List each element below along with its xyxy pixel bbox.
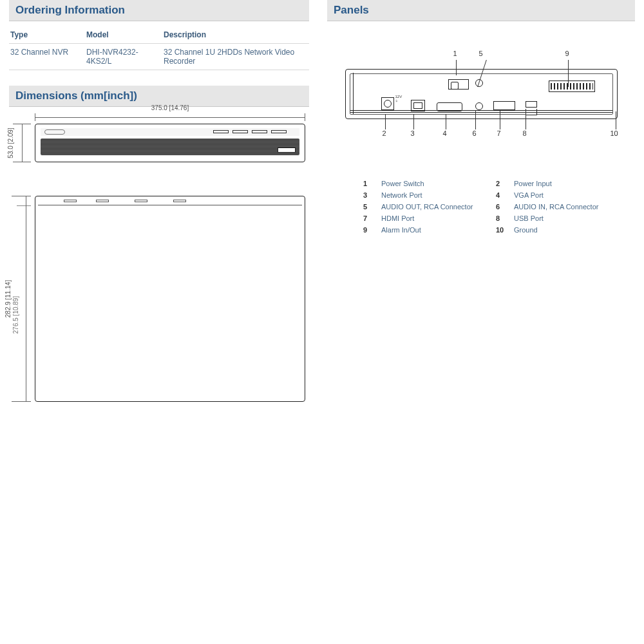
legend-label: Alarm In/Out [381,226,491,234]
ordering-table: Type Model Description 32 Channel NVR DH… [9,26,309,70]
dim-width: 375.0 [14.76] [151,104,189,111]
legend-label: Network Port [381,191,491,199]
audio-in-icon [475,102,483,110]
legend-num: 3 [363,191,376,199]
ordering-hdr-model: Model [85,26,162,44]
power-input-icon [381,97,394,110]
callout-6: 6 [473,129,477,137]
ordering-desc: 32 Channel 1U 2HDDs Network Video Record… [162,44,309,70]
legend-label: USB Port [514,214,623,222]
callout-10: 10 [611,129,618,137]
front-view-drawing: 375.0 [14.76] 53.0 [2.09] [35,113,305,184]
legend-label: VGA Port [514,191,623,199]
dim-depth-inner: 276.5 [10.89] [12,296,19,334]
legend-num: 4 [496,191,509,199]
ordering-hdr-type: Type [9,26,85,44]
legend-num: 5 [363,203,376,211]
legend-label: HDMI Port [381,214,491,222]
callout-5: 5 [479,50,483,57]
legend-num: 1 [363,180,376,187]
ordering-model: DHI-NVR4232-4KS2/L [85,44,162,70]
alarm-io-icon [549,80,595,92]
callout-7: 7 [497,129,501,137]
callout-3: 3 [411,129,415,137]
hdmi-port-icon [493,101,515,110]
legend-label: Power Input [514,180,623,187]
usb-port-icon [526,101,537,108]
legend-label: AUDIO IN, RCA Connector [514,203,623,211]
top-view-drawing: 282.9 [11.14] 276.5 [10.89] [35,196,305,402]
ordering-title: Ordering Information [9,0,309,21]
legend-label: Ground [514,226,623,234]
dim-depth-outer: 282.9 [11.14] [5,280,12,317]
ordering-type: 32 Channel NVR [9,44,85,70]
callout-2: 2 [383,129,386,137]
legend-num: 10 [496,226,509,234]
callout-8: 8 [523,129,527,137]
legend-num: 6 [496,203,509,211]
callout-4: 4 [443,129,447,137]
table-row: 32 Channel NVR DHI-NVR4232-4KS2/L 32 Cha… [9,44,309,70]
legend-num: 7 [363,214,376,222]
callout-9: 9 [565,50,569,57]
rear-panel-diagram: 12V⏚ 1 5 9 2 3 4 6 7 8 10 [335,34,628,163]
legend-num: 8 [496,214,509,222]
dim-height: 53.0 [2.09] [7,128,14,158]
legend-num: 9 [363,226,376,234]
ordering-hdr-desc: Description [162,26,309,44]
legend-label: AUDIO OUT, RCA Connector [381,203,491,211]
panels-title: Panels [327,0,635,21]
panel-legend: 1 Power Switch 2 Power Input 3 Network P… [363,180,635,234]
callout-1: 1 [453,50,457,57]
legend-num: 2 [496,180,509,187]
legend-label: Power Switch [381,180,491,187]
ground-icon [350,74,357,80]
power-switch-icon [448,79,469,90]
